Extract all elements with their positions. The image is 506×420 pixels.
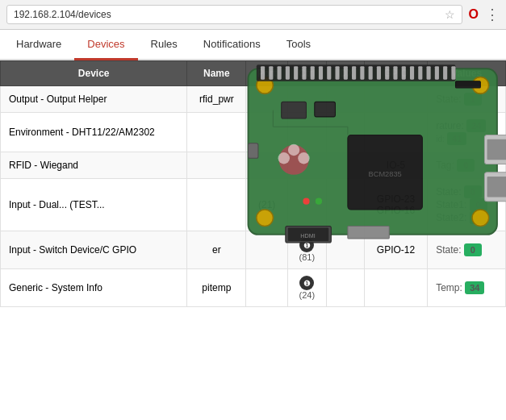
col-idx: IDX (326, 61, 364, 86)
device-ctrl: ❶ (81) (287, 231, 326, 269)
table-row[interactable]: Input - Dual... (TEST... (21) GPIO-23 GP… (1, 179, 506, 231)
device-ctrl: ❶ (24) (287, 269, 326, 307)
table-container: BCM2835 HDMI (0, 60, 506, 307)
device-name: Generic - System Info (1, 269, 187, 307)
tab-notifications[interactable]: Notifications (190, 30, 274, 60)
device-idx (326, 231, 364, 269)
col-values: Values (428, 61, 506, 86)
browser-icons: O ⋮ (469, 6, 500, 23)
device-name: Output - Output Helper (1, 86, 187, 113)
device-domoticz-name: pitemp (187, 269, 246, 307)
device-domoticz-name: rfid_pwr (187, 86, 246, 113)
device-port (246, 113, 288, 152)
device-gpio (364, 113, 427, 152)
table-row[interactable]: Generic - System Info pitemp ❶ (24) Temp… (1, 269, 506, 307)
device-ctrl (287, 179, 326, 231)
device-domoticz-name (187, 113, 246, 152)
menu-icon[interactable]: ⋮ (485, 6, 500, 23)
device-idx (326, 86, 364, 113)
ctrl-badge: ❶ (24) (299, 276, 316, 300)
ctrl-badge: ❶ (81) (299, 238, 316, 262)
col-name: Name (187, 61, 246, 86)
devices-table: Device Name Port Ctrl IDX GPIO Values Ou… (0, 60, 506, 307)
device-values: rature: 24 id: 41 (428, 113, 506, 152)
device-port (246, 152, 288, 179)
browser-bar: 192.168.2.104/devices ☆ O ⋮ (0, 0, 506, 30)
device-idx (326, 113, 364, 152)
url-bar[interactable]: 192.168.2.104/devices ☆ (6, 5, 462, 24)
col-ctrl: Ctrl (287, 61, 326, 86)
device-idx (326, 179, 364, 231)
device-values: Tag: 0 (428, 152, 506, 179)
device-idx (326, 269, 364, 307)
device-gpio (364, 86, 427, 113)
tab-devices[interactable]: Devices (74, 30, 137, 60)
device-ctrl (287, 113, 326, 152)
table-row[interactable]: RFID - Wiegand IO-5 Tag: 0 (1, 152, 506, 179)
device-name: Input - Dual... (TEST... (1, 179, 187, 231)
device-port: (21) (246, 179, 288, 231)
device-port (246, 231, 288, 269)
url-text: 192.168.2.104/devices (14, 9, 111, 20)
favorite-icon[interactable]: ☆ (445, 8, 455, 21)
device-domoticz-name: er (187, 231, 246, 269)
device-ctrl (287, 86, 326, 113)
device-gpio: GPIO-23 GPIO-16 (364, 179, 427, 231)
device-idx (326, 152, 364, 179)
device-values: State: 1 (428, 86, 506, 113)
device-port (246, 86, 288, 113)
device-ctrl (287, 152, 326, 179)
device-gpio: IO-5 (364, 152, 427, 179)
device-name: Input - Switch Device/C GPIO (1, 231, 187, 269)
device-values: State: 0 (428, 231, 506, 269)
device-values: Temp: 34 (428, 269, 506, 307)
tab-hardware[interactable]: Hardware (3, 30, 74, 60)
device-name: RFID - Wiegand (1, 152, 187, 179)
col-port: Port (246, 61, 288, 86)
table-row[interactable]: Input - Switch Device/C GPIO er ❶ (81) G… (1, 231, 506, 269)
device-name: Environment - DHT11/22/AM2302 (1, 113, 187, 152)
device-values: State: 0 State1: 0 State2: 0 (428, 179, 506, 231)
device-gpio: GPIO-12 (364, 231, 427, 269)
table-row[interactable]: Output - Output Helper rfid_pwr State: 1 (1, 86, 506, 113)
col-gpio: GPIO (364, 61, 427, 86)
nav-bar: Hardware Devices Rules Notifications Too… (0, 30, 506, 60)
table-row[interactable]: Environment - DHT11/22/AM2302 rature: 24… (1, 113, 506, 152)
device-gpio (364, 269, 427, 307)
col-device: Device (1, 61, 187, 86)
device-port (246, 269, 288, 307)
tab-tools[interactable]: Tools (274, 30, 324, 60)
device-domoticz-name (187, 179, 246, 231)
opera-icon[interactable]: O (469, 7, 479, 22)
tab-rules[interactable]: Rules (138, 30, 190, 60)
device-domoticz-name (187, 152, 246, 179)
